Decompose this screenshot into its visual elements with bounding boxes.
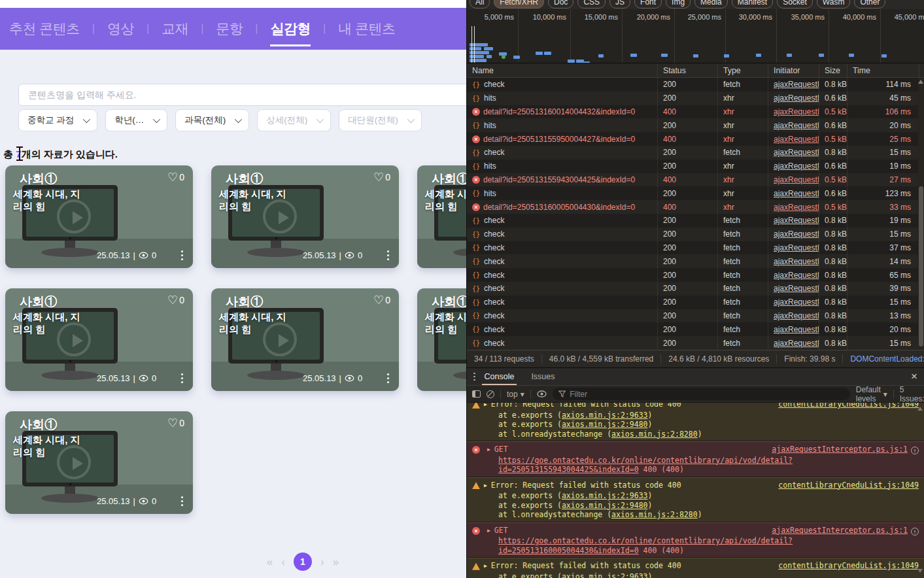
console-error-message[interactable]: ×▶GETajaxRequestInterceptor.ps.js:1↑http…: [467, 441, 924, 477]
like-button[interactable]: ♡0: [167, 295, 184, 305]
network-scrollbar-thumb[interactable]: [919, 186, 923, 347]
network-request-row[interactable]: {}check200fetchajaxRequestIn0.8 kB20 ms: [467, 322, 924, 336]
network-request-row[interactable]: {}check200fetchajaxRequestIn0.8 kB39 ms: [467, 282, 924, 296]
network-filter-chip-media[interactable]: Media: [694, 0, 728, 8]
stack-link[interactable]: axios.min.js:2:9480: [562, 501, 648, 510]
tab-console[interactable]: Console: [483, 368, 516, 385]
tab-issues[interactable]: Issues: [530, 368, 556, 385]
network-request-row[interactable]: ×detail?id=250513160014004432&indexId=04…: [467, 105, 924, 119]
network-request-row[interactable]: {}hits200xhrajaxRequestIn0.6 kB19 ms: [467, 160, 924, 173]
initiator-link[interactable]: ajaxRequestIn: [774, 162, 819, 171]
content-card[interactable]: 사회①♡0세계화 시대, 지리의 힘25.05.13|0: [211, 165, 399, 268]
network-request-row[interactable]: ×detail?id=250513160005004430&indexId=04…: [467, 200, 924, 214]
card-menu-button[interactable]: [180, 495, 184, 507]
pagination-last[interactable]: »: [333, 556, 339, 568]
initiator-link[interactable]: ajaxRequestIn: [774, 80, 819, 89]
network-filter-chip-doc[interactable]: Doc: [548, 0, 573, 8]
network-request-row[interactable]: {}check200fetchajaxRequestIn0.8 kB13 ms: [467, 309, 924, 323]
network-filter-chip-manifest[interactable]: Manifest: [732, 0, 773, 8]
content-card[interactable]: 사회①♡0세계화 시대, 지리의 힘25.05.13|0: [5, 411, 193, 514]
expand-arrow-icon[interactable]: ▶: [484, 481, 487, 491]
scroll-up-icon[interactable]: [918, 80, 923, 84]
network-request-row[interactable]: {}hits200xhrajaxRequestIn0.6 kB123 ms: [467, 186, 924, 200]
network-request-row[interactable]: {}check200fetchajaxRequestIn0.8 kB15 ms: [467, 228, 924, 241]
network-request-row[interactable]: {}check200fetchajaxRequestIn0.8 kB114 ms: [467, 78, 924, 92]
console-filter-input[interactable]: [570, 390, 844, 399]
initiator-link[interactable]: ajaxRequestIn: [774, 203, 819, 212]
network-filter-chip-font[interactable]: Font: [634, 0, 662, 8]
network-request-row[interactable]: ×detail?id=250513155950004427&indexId=04…: [467, 132, 924, 146]
pagination-next[interactable]: ›: [320, 556, 324, 568]
card-menu-button[interactable]: [180, 372, 184, 384]
context-selector[interactable]: top ▾: [507, 390, 524, 399]
network-request-row[interactable]: {}check200fetchajaxRequestIn0.8 kB15 ms: [467, 336, 924, 350]
network-filter-chip-css[interactable]: CSS: [577, 0, 606, 8]
pagination-prev[interactable]: ‹: [281, 556, 285, 568]
close-icon[interactable]: ×: [904, 370, 924, 383]
source-link[interactable]: ajaxRequestInterceptor.ps.js:1: [772, 526, 908, 535]
network-waterfall-overview[interactable]: 5,000 ms10,000 ms15,000 ms20,000 ms25,00…: [467, 9, 924, 63]
initiator-link[interactable]: ajaxRequestIn: [774, 230, 819, 239]
network-request-row[interactable]: {}check200fetchajaxRequestIn0.8 kB37 ms: [467, 241, 924, 255]
source-link[interactable]: contentLibraryCneduList.js:1049: [778, 561, 919, 570]
stack-link[interactable]: axios.min.js:2:9480: [562, 420, 648, 429]
console-warning-message[interactable]: ▶Error: Request failed with status code …: [467, 403, 924, 441]
stack-link[interactable]: axios.min.js:2:9633: [562, 491, 648, 500]
pagination-first[interactable]: «: [267, 556, 273, 568]
initiator-link[interactable]: ajaxRequestIn: [774, 175, 819, 184]
source-link[interactable]: contentLibraryCneduList.js:1049: [778, 403, 919, 409]
network-request-row[interactable]: ×detail?id=250513155943004425&indexId=04…: [467, 173, 924, 187]
source-link[interactable]: ajaxRequestInterceptor.ps.js:1: [772, 445, 908, 454]
content-card[interactable]: 사회①♡0세계화 시대, 지리의 힘25.05.13|0: [5, 288, 193, 391]
issues-label[interactable]: 5 Issues:: [900, 385, 924, 403]
log-level-selector[interactable]: Default levels ▾: [856, 385, 887, 403]
column-header-status[interactable]: Status: [658, 63, 718, 77]
column-header-name[interactable]: Name: [467, 63, 658, 77]
initiator-link[interactable]: ajaxRequestIn: [774, 107, 819, 116]
column-header-initiator[interactable]: Initiator: [768, 63, 819, 77]
timeline-selection-handle[interactable]: [471, 26, 472, 63]
clear-console-icon[interactable]: [487, 390, 494, 398]
expand-arrow-icon[interactable]: ▶: [487, 526, 490, 536]
network-filter-chip-other[interactable]: Other: [854, 0, 885, 8]
card-menu-button[interactable]: [180, 249, 184, 262]
live-expression-icon[interactable]: [537, 390, 547, 398]
network-request-row[interactable]: {}check200fetchajaxRequestIn0.8 kB14 ms: [467, 254, 924, 268]
initiator-link[interactable]: ajaxRequestIn: [774, 189, 819, 198]
source-link[interactable]: contentLibraryCneduList.js:1049: [778, 481, 919, 490]
initiator-link[interactable]: ajaxRequestIn: [774, 311, 819, 320]
expand-arrow-icon[interactable]: ▶: [487, 445, 490, 455]
initiator-link[interactable]: ajaxRequestIn: [774, 298, 819, 307]
initiator-link[interactable]: ajaxRequestIn: [774, 339, 819, 348]
console-warning-message[interactable]: ▶Error: Request failed with status code …: [467, 558, 924, 578]
network-filter-chip-js[interactable]: JS: [609, 0, 630, 8]
scroll-down-icon[interactable]: [917, 569, 923, 573]
pagination-page-1[interactable]: 1: [294, 552, 312, 571]
initiator-link[interactable]: ajaxRequestIn: [774, 121, 819, 130]
network-request-row[interactable]: {}check200fetchajaxRequestIn0.8 kB19 ms: [467, 214, 924, 228]
console-sidebar-icon[interactable]: [472, 390, 481, 398]
expand-arrow-icon[interactable]: ▶: [484, 562, 487, 571]
initiator-link[interactable]: ajaxRequestIn: [774, 135, 819, 144]
console-error-message[interactable]: ×▶GETajaxRequestInterceptor.ps.js:1↑http…: [467, 522, 924, 558]
initiator-link[interactable]: ajaxRequestIn: [774, 216, 819, 225]
network-request-row[interactable]: {}hits200xhrajaxRequestIn0.6 kB45 ms: [467, 92, 924, 105]
initiator-link[interactable]: ajaxRequestIn: [774, 284, 819, 293]
more-options-icon[interactable]: [467, 373, 483, 381]
initiator-link[interactable]: ajaxRequestIn: [774, 257, 819, 266]
like-button[interactable]: ♡0: [373, 295, 390, 305]
content-card[interactable]: 사회①♡0세계화 시대, 지리의 힘25.05.13|0: [211, 288, 399, 391]
expand-arrow-icon[interactable]: ▶: [484, 403, 487, 410]
like-button[interactable]: ♡0: [167, 418, 184, 428]
initiator-link[interactable]: ajaxRequestIn: [774, 271, 819, 280]
network-filter-chip-fetchxhr[interactable]: Fetch/XHR: [494, 0, 544, 8]
initiator-link[interactable]: ajaxRequestIn: [774, 325, 819, 334]
initiator-chain-icon[interactable]: ↑: [911, 447, 919, 454]
column-header-time[interactable]: Time: [847, 63, 919, 77]
network-request-row[interactable]: {}check200fetchajaxRequestIn0.8 kB15 ms: [467, 296, 924, 309]
card-menu-button[interactable]: [386, 372, 390, 384]
network-request-row[interactable]: {}hits200xhrajaxRequestIn0.6 kB20 ms: [467, 118, 924, 132]
timeline-selection-handle[interactable]: [474, 26, 475, 63]
content-card[interactable]: 사회①♡0세계화 시대, 지리의 힘25.05.13|0: [5, 165, 193, 268]
initiator-link[interactable]: ajaxRequestIn: [774, 94, 819, 103]
